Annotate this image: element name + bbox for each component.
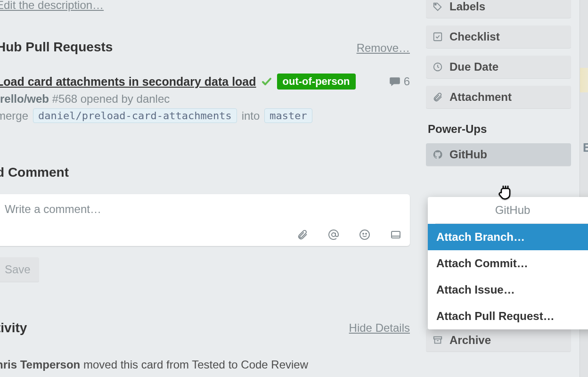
popup-item-attach-branch[interactable]: Attach Branch… [428, 224, 588, 250]
archive-label: Archive [449, 334, 491, 347]
mention-icon[interactable] [328, 229, 339, 240]
opened-by-label: opened by [81, 92, 133, 105]
merge-word: merge [0, 109, 28, 123]
attachment-label: Attachment [449, 90, 512, 104]
activity-user[interactable]: hris Temperson [0, 358, 80, 371]
svg-point-6 [435, 4, 436, 5]
clock-icon [433, 62, 443, 72]
add-comment-title: d Comment [0, 165, 410, 180]
hide-details-link[interactable]: Hide Details [349, 321, 410, 335]
activity-text: moved this card from Tested to Code Revi… [83, 358, 308, 371]
add-comment-section: d Comment Write a comment… Save [0, 165, 410, 282]
checklist-label: Checklist [449, 30, 500, 43]
author-link[interactable]: danlec [137, 92, 170, 105]
attachment-icon[interactable] [297, 229, 308, 240]
popup-item-attach-issue[interactable]: Attach Issue… [428, 277, 588, 303]
repo-name[interactable]: trello/web [0, 92, 49, 105]
svg-point-1 [360, 230, 369, 239]
svg-rect-9 [434, 337, 442, 339]
into-word: into [242, 109, 260, 123]
due-date-button[interactable]: Due Date [426, 56, 571, 78]
github-powerup-button[interactable]: GitHub [426, 143, 571, 166]
pr-section-title: Hub Pull Requests [0, 40, 113, 55]
pr-number-value: #568 [52, 92, 77, 105]
comment-input[interactable]: Write a comment… [5, 203, 401, 219]
checklist-button[interactable]: Checklist [426, 25, 571, 48]
archive-button[interactable]: Archive [426, 329, 571, 352]
pr-section: Hub Pull Requests Remove… Load card atta… [0, 40, 410, 123]
powerups-heading: Power-Ups [426, 123, 571, 136]
attachment-button[interactable]: Attachment [426, 86, 571, 108]
partial-text: E [583, 140, 588, 155]
save-button[interactable]: Save [0, 257, 39, 282]
github-label: GitHub [449, 148, 487, 161]
labels-label: Labels [449, 0, 485, 13]
svg-point-0 [332, 233, 335, 237]
popup-item-attach-pr[interactable]: Attach Pull Request… [428, 303, 588, 329]
labels-button[interactable]: Labels [426, 0, 571, 18]
svg-point-3 [366, 233, 367, 234]
emoji-icon[interactable] [359, 229, 370, 240]
comment-count: 6 [404, 75, 410, 88]
card-main-column: Edit the description… Hub Pull Requests … [0, 0, 415, 377]
target-branch[interactable]: master [264, 108, 312, 123]
card-icon[interactable] [390, 229, 401, 240]
edit-description-link[interactable]: Edit the description… [0, 0, 104, 12]
due-date-label: Due Date [449, 60, 498, 74]
checklist-icon [433, 32, 443, 42]
remove-link[interactable]: Remove… [357, 41, 410, 55]
github-icon [433, 149, 443, 160]
paperclip-icon [433, 92, 443, 102]
github-popup: GitHub Attach Branch… Attach Commit… Att… [428, 197, 588, 329]
popup-item-attach-commit[interactable]: Attach Commit… [428, 250, 588, 277]
pr-item: Load card attachments in secondary data … [0, 74, 410, 123]
source-branch[interactable]: daniel/preload-card-attachments [33, 108, 237, 123]
tag-icon [433, 1, 443, 12]
archive-icon [433, 335, 443, 345]
activity-title: tivity [0, 320, 27, 336]
svg-rect-4 [392, 231, 400, 238]
check-icon [261, 76, 272, 87]
popup-title: GitHub [435, 197, 588, 224]
pr-link[interactable]: Load card attachments in secondary data … [0, 75, 256, 89]
activity-entry: hris Temperson moved this card from Test… [0, 358, 410, 371]
comment-icon [389, 75, 401, 88]
activity-section: tivity Hide Details hris Temperson moved… [0, 320, 410, 371]
pr-status-label: out-of-person [277, 74, 356, 90]
card-fragment [580, 68, 588, 92]
svg-point-2 [363, 233, 364, 234]
svg-rect-7 [434, 33, 442, 41]
comment-box: Write a comment… [0, 194, 410, 246]
